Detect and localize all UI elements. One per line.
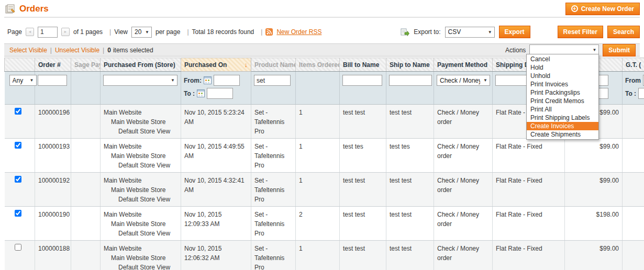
product-cell: Set - Tafeltennis Pro bbox=[251, 207, 296, 241]
shipping-cell: Flat Rate - Fixed bbox=[493, 139, 565, 173]
order-id-cell: 100000190 bbox=[35, 207, 71, 241]
calendar-icon[interactable] bbox=[204, 76, 212, 84]
dropdown-option-hold[interactable]: Hold bbox=[527, 63, 598, 72]
previous-page-button[interactable]: ◄ bbox=[26, 28, 34, 36]
purchased-from-filter-select[interactable] bbox=[103, 75, 177, 86]
col-header-purchased-on[interactable]: Purchased On ↓ bbox=[181, 58, 251, 72]
qty-cell: 1 bbox=[296, 241, 340, 270]
store-cell: Main WebsiteMain Website StoreDefault St… bbox=[101, 241, 181, 270]
gt-purchased-cell bbox=[623, 139, 644, 173]
create-new-order-button[interactable]: + Create New Order bbox=[565, 3, 640, 15]
qty-cell: 1 bbox=[296, 105, 340, 139]
dropdown-option-print-credit-memos[interactable]: Print Credit Memos bbox=[527, 97, 598, 105]
date-to-label: To : bbox=[184, 90, 195, 97]
row-checkbox[interactable] bbox=[15, 244, 21, 251]
dropdown-option-print-packingslips[interactable]: Print Packingslips bbox=[527, 88, 598, 97]
store-cell: Main WebsiteMain Website StoreDefault St… bbox=[101, 105, 181, 139]
gt-purchased-cell bbox=[623, 105, 644, 139]
unselect-visible-link[interactable]: Unselect Visible bbox=[55, 47, 99, 54]
payment-cell: Check / Money order bbox=[434, 105, 493, 139]
col-header-sage-pay: Sage Pay bbox=[71, 58, 101, 72]
qty-cell: 1 bbox=[296, 173, 340, 207]
store-cell: Main WebsiteMain Website StoreDefault St… bbox=[101, 173, 181, 207]
purchased-on-cell: Nov 10, 2015 4:49:55 AM bbox=[181, 139, 251, 173]
col-header-ship-to[interactable]: Ship to Name bbox=[386, 58, 434, 72]
calendar-icon[interactable] bbox=[197, 89, 205, 97]
col-header-gt-purchased[interactable]: G.T. ( bbox=[623, 58, 644, 72]
orders-page-icon bbox=[5, 4, 16, 14]
ship-to-filter-input[interactable] bbox=[389, 75, 432, 86]
product-cell: Set - Tafeltennis Pro bbox=[251, 173, 296, 207]
gt-from-label: From bbox=[625, 77, 641, 84]
date-from-input[interactable] bbox=[214, 75, 240, 86]
purchased-on-cell: Nov 10, 2015 12:06:32 AM bbox=[181, 241, 251, 270]
grand-total-cell: $99.00 bbox=[565, 139, 623, 173]
per-page-select[interactable]: 20 bbox=[131, 27, 152, 38]
sage-pay-cell bbox=[71, 139, 101, 173]
mass-select-filter[interactable]: Any bbox=[9, 75, 37, 86]
order-filter-input[interactable] bbox=[38, 75, 67, 86]
payment-method-filter-select[interactable]: Check / Money bbox=[437, 75, 490, 86]
rss-icon bbox=[265, 28, 273, 36]
product-cell: Set - Tafeltennis Pro bbox=[251, 139, 296, 173]
grand-total-cell: $99.00 bbox=[565, 241, 623, 270]
dropdown-option-print-all[interactable]: Print All bbox=[527, 105, 598, 114]
gt-to-input[interactable] bbox=[638, 88, 644, 99]
bill-to-cell: test test bbox=[340, 241, 386, 270]
records-found-label: Total 18 records found bbox=[192, 28, 254, 36]
table-row[interactable]: 100000193 Main WebsiteMain Website Store… bbox=[5, 139, 644, 173]
col-header-purchased-from[interactable]: Purchased From (Store) bbox=[101, 58, 181, 72]
page-number-input[interactable] bbox=[38, 27, 58, 38]
dropdown-option-cancel[interactable]: Cancel bbox=[527, 55, 598, 63]
sage-pay-cell bbox=[71, 241, 101, 270]
pages-total-label: of 1 pages bbox=[73, 28, 103, 36]
export-button[interactable]: Export bbox=[499, 26, 530, 38]
product-name-filter-input[interactable] bbox=[254, 75, 291, 86]
orders-page: Orders + Create New Order Page ◄ ► of 1 … bbox=[0, 0, 644, 270]
row-checkbox[interactable] bbox=[15, 176, 21, 183]
per-page-label: per page bbox=[156, 28, 180, 36]
reset-filter-button[interactable]: Reset Filter bbox=[558, 26, 603, 38]
table-row[interactable]: 100000190 Main WebsiteMain Website Store… bbox=[5, 207, 644, 241]
dropdown-option-print-shipping-labels[interactable]: Print Shipping Labels bbox=[527, 114, 598, 122]
bill-to-filter-input[interactable] bbox=[342, 75, 382, 86]
ship-to-cell: test test bbox=[386, 173, 434, 207]
col-header-order[interactable]: Order # bbox=[35, 58, 71, 72]
col-header-product-name: Product Name bbox=[251, 58, 296, 72]
row-checkbox[interactable] bbox=[15, 108, 21, 115]
store-cell: Main WebsiteMain Website StoreDefault St… bbox=[101, 139, 181, 173]
page-header: Orders + Create New Order bbox=[4, 0, 640, 17]
sage-pay-cell bbox=[71, 173, 101, 207]
select-visible-link[interactable]: Select Visible bbox=[9, 47, 47, 54]
next-page-button[interactable]: ► bbox=[61, 28, 70, 36]
col-header-payment-method[interactable]: Payment Method bbox=[434, 58, 493, 72]
row-checkbox[interactable] bbox=[15, 210, 21, 217]
gt-to-label: To : bbox=[625, 90, 636, 97]
search-button[interactable]: Search bbox=[607, 26, 640, 38]
ship-to-cell: test test bbox=[386, 241, 434, 270]
dropdown-option-create-invoices[interactable]: Create Invoices bbox=[527, 122, 598, 130]
table-row[interactable]: 100000188 Main WebsiteMain Website Store… bbox=[5, 241, 644, 270]
ship-to-cell: test test bbox=[386, 207, 434, 241]
grand-total-cell: $198.00 bbox=[565, 207, 623, 241]
new-order-rss-link[interactable]: New Order RSS bbox=[276, 28, 321, 36]
table-row[interactable]: 100000192 Main WebsiteMain Website Store… bbox=[5, 173, 644, 207]
dropdown-option-create-shipments[interactable]: Create Shipments bbox=[527, 130, 598, 139]
date-to-input[interactable] bbox=[207, 88, 233, 99]
dropdown-option-unhold[interactable]: Unhold bbox=[527, 72, 598, 80]
payment-cell: Check / Money order bbox=[434, 207, 493, 241]
purchased-on-cell: Nov 10, 2015 12:09:33 AM bbox=[181, 207, 251, 241]
payment-cell: Check / Money order bbox=[434, 139, 493, 173]
grand-total-cell: $99.00 bbox=[565, 173, 623, 207]
payment-cell: Check / Money order bbox=[434, 241, 493, 270]
row-checkbox[interactable] bbox=[15, 142, 21, 149]
dropdown-option-print-invoices[interactable]: Print Invoices bbox=[527, 80, 598, 88]
col-header-bill-to[interactable]: Bill to Name bbox=[340, 58, 386, 72]
export-to-label: Export to: bbox=[414, 28, 440, 36]
product-cell: Set - Tafeltennis Pro bbox=[251, 241, 296, 270]
sage-pay-cell bbox=[71, 105, 101, 139]
payment-cell: Check / Money order bbox=[434, 173, 493, 207]
submit-button[interactable]: Submit bbox=[603, 44, 636, 57]
sort-desc-icon: ↓ bbox=[245, 61, 248, 69]
export-format-select[interactable]: CSV bbox=[445, 27, 495, 38]
